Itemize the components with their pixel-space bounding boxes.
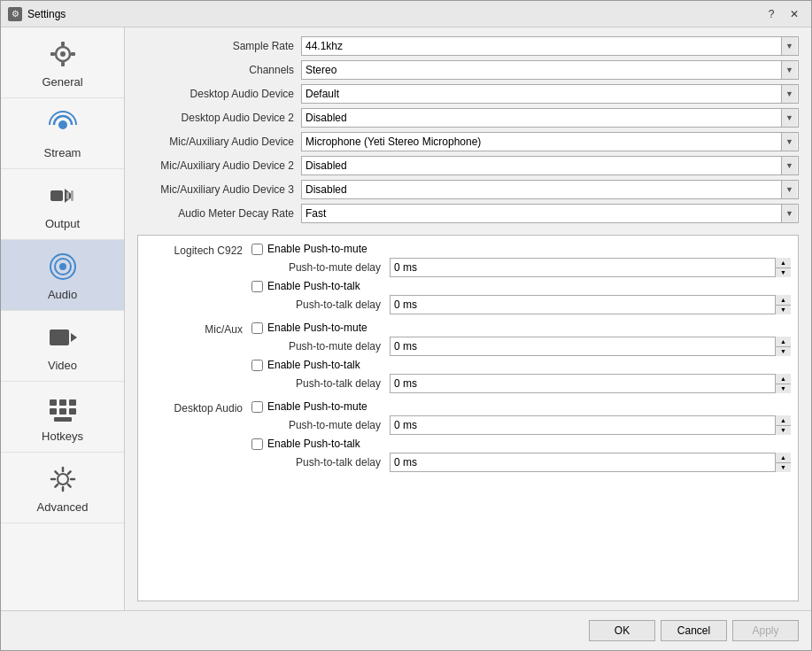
meter-decay-select[interactable]: Fast Medium Slow [301, 204, 799, 223]
hotkeys-label: Hotkeys [42, 430, 83, 443]
micaux-ptm-delay-input[interactable] [390, 337, 791, 356]
desktop-audio2-select[interactable]: Disabled Default [301, 108, 799, 128]
desktop-ptm-up[interactable]: ▲ [776, 415, 791, 426]
micaux-ptm-checkbox[interactable] [251, 322, 263, 334]
logitech-ptt-check-label[interactable]: Enable Push-to-talk [251, 280, 360, 292]
general-icon [45, 36, 81, 72]
sidebar-item-general[interactable]: General [1, 27, 124, 98]
desktop-ptm-checkbox[interactable] [251, 401, 263, 413]
desktop-audio-select[interactable]: Default Disabled [301, 84, 799, 104]
audio-label: Audio [48, 288, 77, 301]
desktop-ptt-delay-label: Push-to-talk delay [251, 456, 384, 469]
svg-rect-3 [61, 62, 65, 66]
micaux-ptt-delay-input[interactable] [390, 374, 791, 393]
settings-window: ⚙ Settings ? ✕ General Stream [0, 0, 812, 651]
svg-rect-17 [59, 399, 66, 406]
micaux-ptt-label: Enable Push-to-talk [267, 359, 360, 371]
desktop-audio2-select-wrapper: Disabled Default ▼ [301, 108, 799, 128]
svg-rect-21 [69, 408, 76, 415]
cancel-button[interactable]: Cancel [661, 620, 727, 641]
sidebar-item-audio[interactable]: Audio [1, 240, 124, 311]
logitech-ptt-down[interactable]: ▼ [776, 306, 791, 315]
sidebar-item-hotkeys[interactable]: Hotkeys [1, 382, 124, 453]
logitech-ptm-up[interactable]: ▲ [776, 258, 791, 268]
micaux-ptm-delay-label: Push-to-mute delay [251, 340, 384, 353]
sidebar-item-output[interactable]: Output [1, 169, 124, 240]
logitech-ptm-label: Enable Push-to-mute [267, 243, 367, 255]
logitech-ptt-checkbox[interactable] [251, 281, 263, 292]
mic-aux-select-wrapper: Microphone (Yeti Stereo Microphone) Disa… [301, 132, 799, 151]
micaux-ptt-delay-row: Push-to-talk delay ▲ ▼ [251, 374, 791, 393]
micaux-ptm-up[interactable]: ▲ [776, 337, 791, 347]
logitech-ptt-spinbox-btns: ▲ ▼ [775, 295, 791, 314]
desktop-ptt-label: Enable Push-to-talk [267, 438, 360, 450]
help-button[interactable]: ? [762, 4, 781, 24]
mic-aux2-select[interactable]: Disabled [301, 156, 799, 175]
sidebar: General Stream Output Audio [1, 27, 125, 610]
micaux-ptt-down[interactable]: ▼ [776, 384, 791, 394]
sidebar-item-video[interactable]: Video [1, 311, 124, 382]
desktop-ptm-delay-input[interactable] [390, 415, 791, 435]
desktop-ptt-check-label[interactable]: Enable Push-to-talk [251, 438, 360, 450]
sample-rate-select[interactable]: 44.1khz 48khz [301, 36, 799, 56]
desktop-ptt-checkbox[interactable] [251, 438, 263, 450]
logitech-ptm-delay-input[interactable] [390, 258, 791, 277]
desktop-audio-select-wrapper: Default Disabled ▼ [301, 84, 799, 104]
desktop-ptt-down[interactable]: ▼ [776, 463, 791, 473]
micaux-ptt-check-label[interactable]: Enable Push-to-talk [251, 359, 360, 371]
device-block-logitech: Logitech C922 Enable Push-to-mute Push-t [145, 243, 791, 314]
mic-aux3-select[interactable]: Disabled [301, 180, 799, 199]
meter-decay-label: Audio Meter Decay Rate [137, 207, 301, 220]
mic-aux2-label: Mic/Auxiliary Audio Device 2 [137, 159, 301, 172]
channels-row: Channels Stereo Mono ▼ [137, 60, 799, 80]
logitech-ptt-up[interactable]: ▲ [776, 295, 791, 306]
logitech-ptt-delay-input[interactable] [390, 295, 791, 314]
mic-aux2-row: Mic/Auxiliary Audio Device 2 Disabled ▼ [137, 156, 799, 175]
micaux-ptt-checkbox[interactable] [251, 360, 263, 371]
sample-rate-label: Sample Rate [137, 40, 301, 52]
svg-point-1 [60, 51, 66, 57]
logitech-ptt-check-row: Enable Push-to-talk [251, 280, 791, 292]
logitech-ptm-checkbox[interactable] [251, 244, 263, 255]
sidebar-item-stream[interactable]: Stream [1, 98, 124, 169]
mic-aux2-select-wrapper: Disabled ▼ [301, 156, 799, 175]
svg-rect-18 [69, 399, 76, 406]
window-title: Settings [27, 8, 762, 20]
desktop-ptm-check-row: Enable Push-to-mute [251, 400, 791, 413]
micaux-ptt-check-row: Enable Push-to-talk [251, 359, 791, 371]
desktop-audio-row: Desktop Audio Device Default Disabled ▼ [137, 84, 799, 104]
desktop-ptt-spinbox-btns: ▲ ▼ [775, 453, 791, 472]
channels-select[interactable]: Stereo Mono [301, 60, 799, 80]
micaux-ptm-down[interactable]: ▼ [776, 347, 791, 357]
desktop-ptt-up[interactable]: ▲ [776, 453, 791, 463]
logitech-ptm-check-label[interactable]: Enable Push-to-mute [251, 243, 367, 255]
mic-aux-label: Mic/Auxiliary Audio Device [137, 136, 301, 148]
output-icon [45, 178, 81, 213]
device-section-inner: Logitech C922 Enable Push-to-mute Push-t [145, 243, 791, 479]
logitech-ptm-delay-label: Push-to-mute delay [251, 261, 384, 274]
channels-select-wrapper: Stereo Mono ▼ [301, 60, 799, 80]
window-controls: ? ✕ [762, 4, 804, 24]
desktop-ptt-delay-input[interactable] [390, 453, 791, 472]
micaux-ptm-check-label[interactable]: Enable Push-to-mute [251, 322, 367, 334]
ok-button[interactable]: OK [589, 620, 655, 641]
svg-rect-9 [66, 192, 69, 199]
desktop-ptm-down[interactable]: ▼ [776, 426, 791, 436]
device-block-micaux: Mic/Aux Enable Push-to-mute Push-to-mute… [145, 322, 791, 393]
desktop-ptm-check-label[interactable]: Enable Push-to-mute [251, 400, 367, 413]
micaux-ptm-label: Enable Push-to-mute [267, 322, 367, 334]
micaux-ptt-up[interactable]: ▲ [776, 374, 791, 384]
micaux-name: Mic/Aux [145, 322, 251, 393]
desktop-ptm-delay-row: Push-to-mute delay ▲ ▼ [251, 415, 791, 435]
sidebar-item-advanced[interactable]: Advanced [1, 453, 124, 523]
close-button[interactable]: ✕ [785, 4, 804, 24]
main-panel: Sample Rate 44.1khz 48khz ▼ Channels Ste… [125, 27, 811, 610]
logitech-ptm-down[interactable]: ▼ [776, 268, 791, 278]
desktop-ptt-spinbox: ▲ ▼ [390, 453, 791, 472]
desktop-ptm-label: Enable Push-to-mute [267, 400, 367, 413]
video-label: Video [48, 359, 77, 372]
apply-button[interactable]: Apply [732, 620, 799, 641]
stream-label: Stream [44, 146, 81, 159]
micaux-ptm-delay-row: Push-to-mute delay ▲ ▼ [251, 337, 791, 356]
mic-aux-select[interactable]: Microphone (Yeti Stereo Microphone) Disa… [301, 132, 799, 151]
